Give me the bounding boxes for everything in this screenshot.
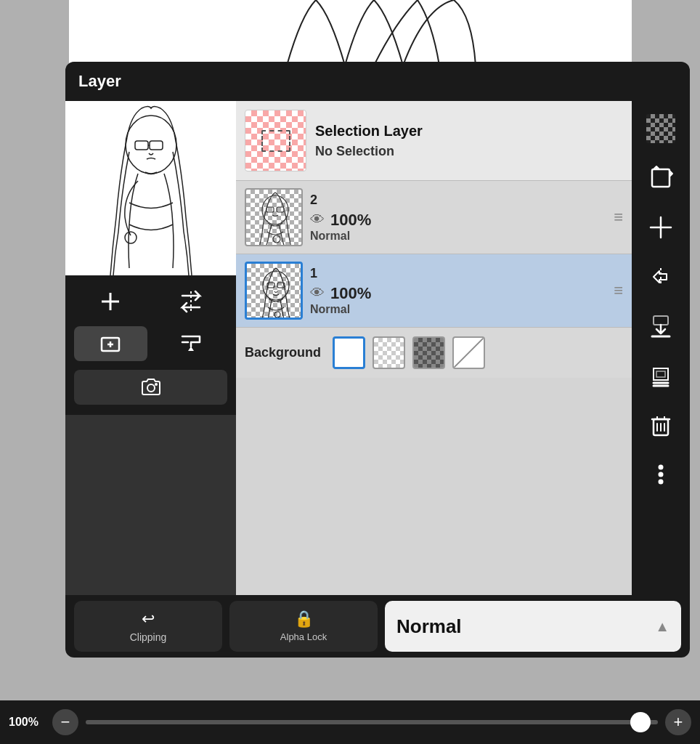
blend-mode-button[interactable]: Normal ▲	[385, 601, 681, 652]
layer-2-visibility: 👁 100%	[310, 211, 606, 230]
blend-mode-value: Normal	[396, 615, 462, 638]
background-slash-swatch[interactable]	[452, 336, 485, 369]
thumbnail-tools	[65, 275, 236, 415]
zoom-minus-icon: −	[61, 713, 70, 732]
blend-mode-arrow-icon: ▲	[655, 618, 670, 635]
svg-point-13	[155, 383, 158, 386]
layer-1-blend-mode: Normal	[310, 303, 606, 316]
svg-point-35	[659, 480, 664, 485]
zoom-minus-button[interactable]: −	[52, 709, 78, 735]
svg-rect-15	[266, 207, 274, 212]
svg-point-21	[274, 312, 280, 318]
delete-button[interactable]	[639, 403, 683, 447]
layer-1-info: 1 👁 100% Normal	[310, 266, 606, 316]
layer-transform-button[interactable]	[639, 156, 683, 200]
checker-icon-button[interactable]	[639, 107, 683, 150]
selection-layer-subtitle: No Selection	[315, 144, 623, 159]
zoom-percent-label: 100%	[9, 716, 45, 729]
layer-2-row[interactable]: 2 👁 100% Normal ≡	[236, 181, 632, 254]
svg-point-33	[659, 465, 664, 470]
zoom-slider-thumb[interactable]	[630, 712, 651, 732]
flip-horizontal-button[interactable]	[639, 255, 683, 299]
layer-2-number: 2	[310, 193, 606, 208]
merge-down-button[interactable]	[639, 304, 683, 348]
layer-1-menu-icon[interactable]: ≡	[614, 281, 623, 300]
zoom-plus-icon: +	[674, 713, 683, 732]
alpha-lock-icon: 🔒	[294, 610, 314, 628]
svg-rect-22	[652, 169, 670, 187]
zoom-plus-button[interactable]: +	[665, 709, 691, 735]
selection-info: Selection Layer No Selection	[315, 123, 623, 159]
zoom-slider[interactable]	[86, 720, 658, 724]
svg-point-5	[125, 232, 137, 243]
zoom-bar: 100% − +	[0, 700, 700, 744]
alpha-lock-label: Alpha Lock	[280, 631, 327, 642]
clipping-label: Clipping	[130, 631, 167, 643]
layer-1-row[interactable]: 1 👁 100% Normal ≡	[236, 254, 632, 328]
merge-button[interactable]	[155, 326, 228, 361]
layer-1-number: 1	[310, 266, 606, 281]
layer-panel-header: Layer	[65, 62, 690, 101]
flip-button[interactable]	[155, 284, 228, 319]
svg-rect-2	[135, 141, 148, 150]
move-button[interactable]	[639, 206, 683, 249]
layer-2-eye-icon[interactable]: 👁	[310, 211, 325, 228]
background-dark-checker-swatch[interactable]	[412, 336, 445, 369]
background-row[interactable]: Background	[236, 328, 632, 378]
svg-rect-3	[150, 141, 163, 150]
layer-panel-title: Layer	[78, 72, 121, 91]
layers-list: Selection Layer No Selection	[236, 101, 632, 595]
svg-rect-24	[654, 316, 668, 325]
layer-2-thumbnail	[245, 188, 303, 246]
svg-point-12	[147, 384, 155, 392]
selection-layer-row[interactable]: Selection Layer No Selection	[236, 101, 632, 181]
layer-1-opacity: 100%	[330, 284, 371, 303]
canvas-thumbnail	[65, 101, 236, 275]
background-checker-swatch[interactable]	[373, 336, 405, 369]
background-white-swatch[interactable]	[333, 336, 365, 369]
clipping-button[interactable]: ↩ Clipping	[74, 601, 222, 652]
flatten-button[interactable]	[639, 354, 683, 397]
selection-dashed-indicator	[261, 130, 290, 152]
svg-point-1	[126, 116, 176, 174]
layer-1-eye-icon[interactable]: 👁	[310, 285, 325, 302]
layer-1-thumbnail	[245, 262, 303, 320]
blend-tool-bar: ↩ Clipping 🔒 Alpha Lock Normal ▲	[65, 595, 690, 658]
svg-point-34	[659, 472, 664, 477]
svg-point-17	[273, 235, 280, 243]
right-toolbar	[632, 101, 690, 595]
layer-2-blend-mode: Normal	[310, 230, 606, 243]
layer-2-opacity: 100%	[330, 211, 371, 230]
thumbnail-sidebar	[65, 101, 236, 595]
selection-layer-thumbnail	[245, 110, 306, 171]
clipping-icon: ↩	[142, 610, 155, 628]
alpha-lock-button[interactable]: 🔒 Alpha Lock	[229, 601, 378, 652]
layer-1-visibility: 👁 100%	[310, 284, 606, 303]
svg-rect-16	[277, 207, 284, 212]
layer-2-info: 2 👁 100% Normal	[310, 193, 606, 243]
layer-2-menu-icon[interactable]: ≡	[614, 208, 623, 227]
add-group-button[interactable]	[74, 326, 147, 361]
selection-layer-title: Selection Layer	[315, 123, 623, 140]
background-label: Background	[245, 345, 321, 360]
layer-panel: Layer	[65, 62, 690, 658]
camera-button[interactable]	[74, 370, 227, 405]
add-layer-button[interactable]	[74, 284, 147, 319]
more-options-button[interactable]	[639, 453, 683, 496]
